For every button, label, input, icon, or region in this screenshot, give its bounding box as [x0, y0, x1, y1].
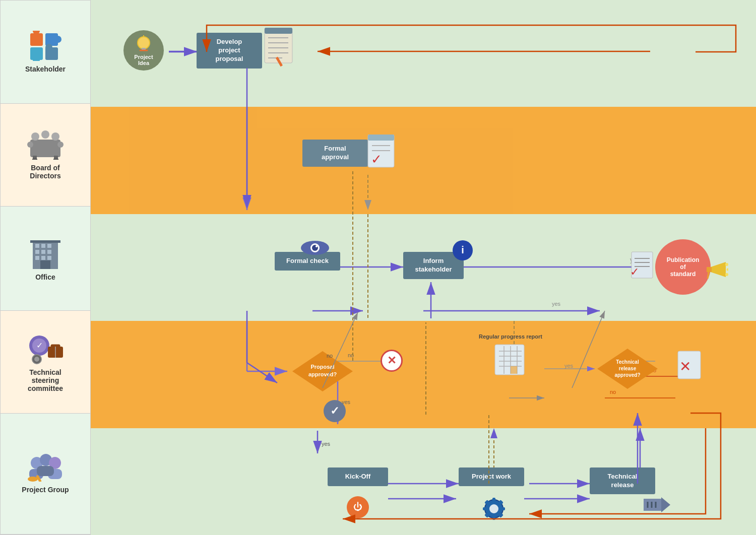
- svg-rect-21: [47, 244, 51, 248]
- info-icon: i: [453, 240, 473, 260]
- formal-approval-label: Formal approval: [322, 145, 349, 161]
- svg-text:approved?: approved?: [614, 372, 640, 378]
- svg-point-132: [489, 504, 498, 513]
- svg-rect-17: [53, 159, 58, 160]
- svg-rect-43: [37, 466, 54, 476]
- pub-doc-icon: ✓: [627, 249, 655, 282]
- approval-doc: ✓: [367, 135, 402, 172]
- project-work-label: Project work: [472, 473, 511, 480]
- pub-doc-svg: ✓: [627, 249, 655, 280]
- gear-icon: [481, 496, 507, 523]
- svg-text:✓: ✓: [630, 265, 639, 278]
- project-idea-label: Project Idea: [134, 54, 153, 66]
- stakeholder-label: Stakeholder: [25, 65, 66, 73]
- sidebar-tsc: ✓ Technical steering committee: [1, 311, 90, 414]
- office-label: Office: [35, 273, 55, 281]
- svg-rect-109: [495, 345, 524, 375]
- arrows-project: [91, 428, 756, 535]
- sidebar-board: Board of Directors: [1, 104, 90, 207]
- svg-rect-0: [30, 33, 43, 46]
- sidebar-office: Office: [1, 207, 90, 311]
- stakeholder-row: Project Idea: [91, 0, 756, 107]
- svg-marker-81: [711, 262, 726, 277]
- publication-label: Publication of standard: [667, 256, 700, 278]
- svg-text:approved?: approved?: [308, 371, 337, 377]
- svg-point-9: [31, 132, 39, 141]
- progress-doc-svg: [494, 344, 527, 376]
- content-area: Project Idea: [91, 0, 756, 535]
- arrows-stakeholder: [91, 0, 756, 107]
- svg-rect-29: [30, 240, 60, 243]
- office-row: yes Formal check Inform stakeholder: [91, 214, 756, 321]
- main-container: Stakeholder Board of Directors: [0, 0, 756, 535]
- svg-point-7: [45, 44, 52, 51]
- svg-point-86: [725, 273, 728, 276]
- develop-proposal-label: Develop project proposal: [216, 38, 243, 62]
- stakeholder-icon: [28, 31, 63, 61]
- svg-rect-55: [265, 28, 292, 34]
- proposal-doc-icon: [262, 28, 297, 70]
- svg-rect-16: [32, 159, 37, 160]
- svg-point-80: [316, 245, 318, 247]
- svg-rect-22: [35, 250, 39, 254]
- project-idea-node: Project Idea: [123, 30, 164, 71]
- no-doc-icon: ✕: [675, 349, 706, 383]
- svg-point-44: [28, 477, 38, 482]
- diamond2-svg: Technical release approved?: [595, 346, 660, 391]
- svg-point-46: [138, 37, 150, 49]
- technical-release-label: Technical release: [607, 473, 637, 489]
- tsc-icon: ✓: [27, 331, 65, 364]
- project-row: Kick-Off ⏻ Project work: [91, 428, 756, 535]
- progress-doc-icon: [494, 344, 527, 378]
- tsc-label: Technical steering committee: [28, 368, 63, 392]
- sidebar-stakeholder: Stakeholder: [1, 1, 90, 104]
- board-icon: [25, 129, 66, 160]
- svg-rect-27: [47, 256, 51, 260]
- svg-text:✓: ✓: [371, 152, 382, 167]
- svg-point-13: [57, 142, 64, 148]
- svg-point-3: [54, 36, 61, 43]
- sidebar: Stakeholder Board of Directors: [0, 0, 91, 535]
- svg-rect-24: [47, 250, 51, 254]
- megaphone-svg: [706, 259, 728, 280]
- svg-rect-26: [41, 256, 45, 260]
- svg-rect-82: [707, 267, 712, 272]
- check-icon: ✓: [324, 400, 346, 422]
- svg-point-84: [725, 263, 728, 266]
- technical-release-box: Technical release: [590, 467, 655, 495]
- gear-svg: [481, 496, 507, 521]
- svg-text:Proposal: Proposal: [310, 364, 334, 370]
- formal-approval-box: Formal approval: [302, 140, 368, 167]
- tech-release-approved-diamond: Technical release approved?: [595, 346, 660, 391]
- develop-proposal-box: Develop project proposal: [197, 33, 262, 69]
- svg-rect-133: [492, 498, 495, 502]
- megaphone-icon: [706, 259, 728, 282]
- board-row: Formal approval ✓: [91, 107, 756, 214]
- office-icon: [30, 236, 60, 269]
- svg-rect-117: [511, 366, 517, 374]
- board-label: Board of Directors: [30, 164, 60, 180]
- no-doc-svg: ✕: [675, 349, 706, 381]
- svg-rect-20: [41, 244, 45, 248]
- svg-rect-136: [501, 507, 505, 510]
- bulb-icon: [135, 35, 153, 53]
- eye-svg: [300, 239, 330, 257]
- svg-rect-64: [368, 135, 394, 141]
- cross-icon: ✕: [381, 350, 403, 372]
- svg-text:release: release: [619, 366, 637, 371]
- svg-text:✕: ✕: [679, 359, 691, 374]
- inform-stakeholder-label: Inform stakeholder: [415, 257, 452, 273]
- eye-icon: [300, 239, 330, 259]
- kickoff-label: Kick-Off: [345, 473, 371, 480]
- tsc-row: no yes yes no Proposal a: [91, 321, 756, 428]
- svg-rect-135: [483, 507, 487, 510]
- project-work-box: Project work: [459, 467, 524, 486]
- release-arrow-svg: [643, 495, 670, 515]
- arrows-board2: [91, 107, 756, 214]
- svg-rect-23: [41, 250, 45, 254]
- svg-point-10: [41, 130, 49, 139]
- svg-rect-134: [492, 516, 495, 520]
- arrows-board: [91, 107, 756, 214]
- release-arrow-icon: [643, 495, 670, 517]
- proposal-approved-diamond: Proposal approved?: [290, 349, 355, 394]
